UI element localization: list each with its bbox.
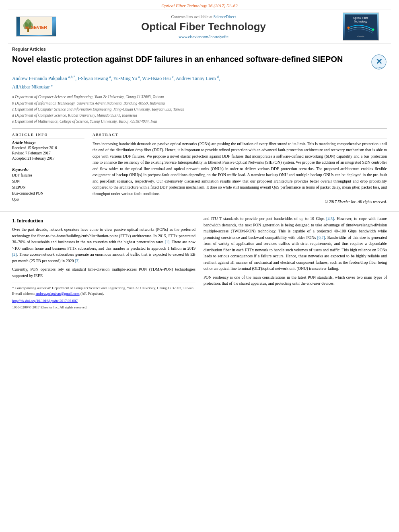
journal-title: Optical Fiber Technology <box>72 21 335 33</box>
svg-text:Optical Fiber: Optical Fiber <box>353 16 368 20</box>
abstract-header: ABSTRACT <box>93 133 387 138</box>
keyword-4: Bus-connected PON <box>12 191 84 197</box>
svg-text:CrossMark: CrossMark <box>374 67 384 69</box>
affiliation-c: c Department of Computer Science and Inf… <box>12 107 387 112</box>
journal-reference: Optical Fiber Technology 36 (2017) 51–62 <box>0 0 399 10</box>
footnote-email-suffix: (AF. Pakpahan). <box>80 292 104 296</box>
received-date: Received 15 September 2016 <box>12 146 84 151</box>
elsevier-logo-svg: ELSEVIER <box>20 17 52 35</box>
footnote-star-text: * Corresponding author at: Department of… <box>12 286 195 291</box>
sciencedirect-link[interactable]: ScienceDirect <box>213 14 236 19</box>
doi-section: http://dx.doi.org/10.1016/j.yofte.2017.0… <box>0 296 399 304</box>
footnote-section: * Corresponding author at: Department of… <box>12 283 195 296</box>
keywords-label: Keywords: <box>12 168 84 172</box>
doi-link[interactable]: http://dx.doi.org/10.1016/j.yofte.2017.0… <box>12 299 78 303</box>
article-info-header: ARTICLE INFO <box>12 133 84 138</box>
section-divider <box>0 211 399 212</box>
revised-date: Revised 7 February 2017 <box>12 151 84 156</box>
article-info-column: ARTICLE INFO Article history: Received 1… <box>12 133 84 204</box>
svg-text:✕: ✕ <box>376 57 383 66</box>
author-names-2: AliAkbar Nikoukar e <box>12 84 53 90</box>
email-label: E-mail address: <box>12 292 35 296</box>
footnote-star: * Corresponding author at: Department of… <box>12 286 194 290</box>
authors-line: Andrew Fernando Pakpahan a,b,*, I-Shyan … <box>12 74 387 91</box>
journal-cover-image: Optical Fiber Technology elsevier <box>343 12 383 41</box>
journal-ref-text: Optical Fiber Technology 36 (2017) 51–62 <box>161 3 237 8</box>
ref-3[interactable]: [3] <box>75 259 80 263</box>
keyword-3: SIEPON <box>12 185 84 191</box>
cover-art-svg: Optical Fiber Technology elsevier <box>345 14 377 40</box>
keyword-2: SDN <box>12 179 84 185</box>
journal-url: www.elsevier.com/locate/yofte <box>72 35 335 39</box>
affiliation-b: b Department of Information Technology, … <box>12 101 387 106</box>
intro-para1: Over the past decade, network operators … <box>12 226 195 264</box>
keyword-5: QoS <box>12 197 84 203</box>
svg-point-9 <box>348 27 350 29</box>
svg-text:elsevier: elsevier <box>357 35 365 37</box>
section1-title: 1. Introduction <box>12 218 195 224</box>
article-title: Novel elastic protection against DDF fai… <box>12 54 343 64</box>
contents-text: Contents lists available at <box>171 14 212 19</box>
author-names: Andrew Fernando Pakpahan a,b,*, I-Shyan … <box>12 76 220 81</box>
article-history-section: Article history: Received 15 September 2… <box>12 141 84 162</box>
elsevier-image: ELSEVIER <box>16 16 56 37</box>
intro-para2: Currently, PON operators rely on standar… <box>12 266 195 279</box>
keywords-section: Keywords: DDF failures SDN SIEPON Bus-co… <box>12 168 84 203</box>
elsevier-logo-area: ELSEVIER <box>16 16 64 37</box>
main-body: 1. Introduction Over the past decade, ne… <box>0 216 399 296</box>
affiliation-e: e Department of Mathematics, College of … <box>12 119 387 124</box>
affiliation-a: a Department of Computer Science and Eng… <box>12 94 387 100</box>
affiliation-d: d Department of Computer Science, Klabat… <box>12 113 387 118</box>
article-content: Regular Articles Novel elastic protectio… <box>0 43 399 207</box>
crossmark-icon: ✕ CrossMark <box>371 54 387 70</box>
svg-point-10 <box>372 28 374 31</box>
right-para2: PON resiliency is one of the main consid… <box>204 274 387 287</box>
footnote-email-link[interactable]: andrew.pakpahan@gmail.com <box>35 292 79 296</box>
ref-4-5[interactable]: [4,5] <box>326 216 334 221</box>
keywords-list: DDF failures SDN SIEPON Bus-connected PO… <box>12 173 84 203</box>
ref-6-7[interactable]: [6,7] <box>317 235 325 240</box>
article-section-label: Regular Articles <box>12 47 387 51</box>
article-title-row: Novel elastic protection against DDF fai… <box>12 54 387 70</box>
info-abstract-columns: ARTICLE INFO Article history: Received 1… <box>12 133 387 204</box>
affiliations: a Department of Computer Science and Eng… <box>12 94 387 128</box>
copyright-notice: © 2017 Elsevier Inc. All rights reserved… <box>93 200 387 204</box>
footnote-email-line: E-mail address: andrew.pakpahan@gmail.co… <box>12 291 195 297</box>
svg-text:ELSEVIER: ELSEVIER <box>25 25 47 30</box>
header-center: Contents lists available at ScienceDirec… <box>64 14 343 39</box>
right-body-column: and ITU-T standards to provide per-port … <box>204 216 387 296</box>
svg-text:Technology: Technology <box>354 20 368 23</box>
journal-cover-art: Optical Fiber Technology elsevier <box>343 12 379 41</box>
abstract-section: ABSTRACT Ever-increasing bandwidth deman… <box>93 133 387 204</box>
left-body-column: 1. Introduction Over the past decade, ne… <box>12 216 195 296</box>
accepted-date: Accepted 21 February 2017 <box>12 156 84 161</box>
sciencedirect-line: Contents lists available at ScienceDirec… <box>72 14 335 19</box>
article-history-label: Article history: <box>12 141 84 145</box>
abstract-text: Ever-increasing bandwidth demands on pas… <box>93 141 387 197</box>
keyword-1: DDF failures <box>12 173 84 179</box>
ref-2[interactable]: [2] <box>12 252 17 257</box>
right-para1: and ITU-T standards to provide per-port … <box>204 216 387 272</box>
journal-header-bar: ELSEVIER Contents lists available at Sci… <box>8 10 391 43</box>
ref-1[interactable]: [1] <box>165 240 170 244</box>
copyright-footer: 1068-5200/© 2017 Elsevier Inc. All right… <box>0 304 399 310</box>
